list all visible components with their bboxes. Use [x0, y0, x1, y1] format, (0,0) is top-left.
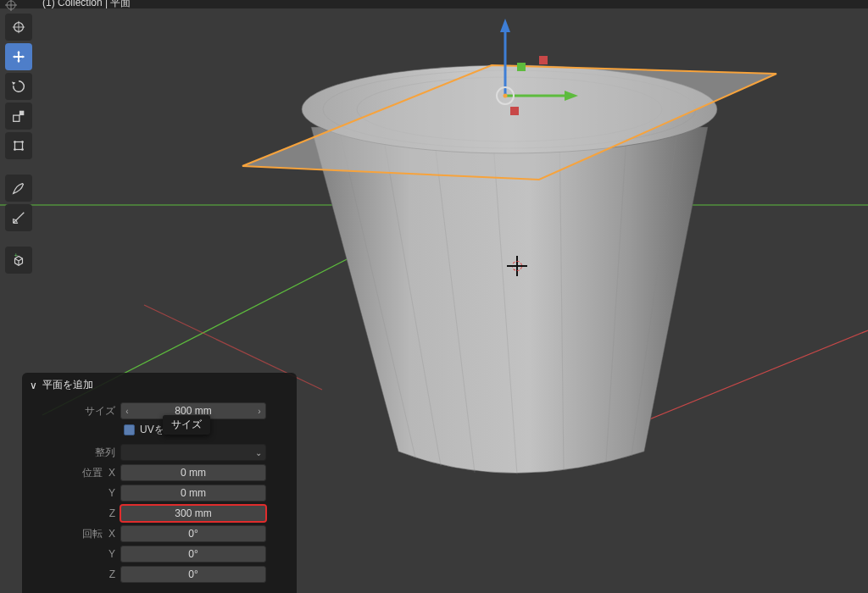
svg-point-35: [14, 141, 16, 143]
tool-annotate[interactable]: [5, 175, 32, 202]
rot-x-value: 0°: [188, 528, 198, 540]
svg-point-38: [21, 148, 24, 151]
tool-cursor[interactable]: [5, 14, 32, 41]
operator-redo-panel: ∨ 平面を追加 サイズ ‹ 800 mm › UVを生成 整: [22, 373, 297, 593]
field-loc-z[interactable]: 300 mm: [120, 505, 266, 522]
field-loc-y[interactable]: 0 mm: [120, 485, 266, 502]
svg-text:+: +: [14, 252, 19, 259]
label-loc-y: Y: [29, 483, 120, 503]
tooltip-size: サイズ: [163, 415, 210, 435]
tool-transform[interactable]: [5, 132, 32, 159]
size-decrement-icon[interactable]: ‹: [121, 403, 133, 418]
label-rot-x: X: [108, 528, 115, 540]
svg-rect-20: [517, 63, 526, 71]
panel-header[interactable]: ∨ 平面を追加: [29, 378, 290, 392]
loc-y-value: 0 mm: [181, 487, 206, 499]
label-loc-x: X: [108, 467, 115, 479]
svg-rect-34: [15, 142, 23, 150]
label-rot-z: Z: [29, 564, 120, 585]
svg-rect-31: [14, 115, 19, 121]
label-size: サイズ: [29, 401, 120, 421]
svg-rect-19: [510, 107, 519, 115]
size-increment-icon[interactable]: ›: [253, 403, 265, 418]
rot-z-value: 0°: [188, 568, 198, 580]
cursor-3d: [507, 256, 527, 276]
svg-point-37: [14, 148, 16, 151]
tool-scale[interactable]: [5, 103, 32, 130]
toolbar-spacer-2: [5, 234, 32, 244]
svg-point-23: [504, 94, 508, 98]
panel-title: 平面を追加: [42, 378, 93, 392]
field-align[interactable]: ⌄: [120, 444, 266, 461]
panel-caret-icon: ∨: [29, 381, 37, 390]
svg-marker-16: [500, 19, 510, 32]
uv-checkbox[interactable]: [124, 424, 135, 435]
collection-breadcrumb: (1) Collection | 平面: [42, 0, 131, 10]
field-rot-x[interactable]: 0°: [120, 525, 266, 542]
svg-rect-21: [539, 56, 548, 64]
field-rot-z[interactable]: 0°: [120, 566, 266, 583]
label-loc-z: Z: [29, 503, 120, 524]
tool-move[interactable]: [5, 43, 32, 70]
tool-rotate[interactable]: [5, 73, 32, 100]
field-rot-y[interactable]: 0°: [120, 546, 266, 563]
svg-marker-30: [12, 82, 16, 86]
rot-y-value: 0°: [188, 548, 198, 560]
toolbar-spacer: [5, 162, 32, 172]
tool-add-primitive[interactable]: +: [5, 247, 32, 274]
cursor-icon-header: [4, 0, 18, 12]
loc-x-value: 0 mm: [181, 467, 206, 479]
align-dropdown-icon: ⌄: [255, 448, 262, 457]
loc-z-value: 300 mm: [175, 507, 211, 519]
label-location: 位置: [82, 467, 103, 479]
toolbar-left: +: [5, 14, 32, 274]
svg-point-36: [21, 141, 24, 143]
label-align: 整列: [29, 442, 120, 463]
label-rotation: 回転: [82, 528, 103, 540]
field-loc-x[interactable]: 0 mm: [120, 464, 266, 481]
label-rot-y: Y: [29, 544, 120, 564]
tool-measure[interactable]: [5, 204, 32, 231]
